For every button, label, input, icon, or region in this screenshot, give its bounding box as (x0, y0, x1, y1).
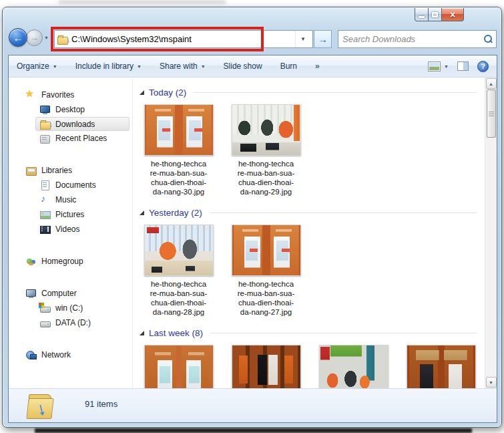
chevron-down-icon: ▼ (444, 64, 449, 69)
file-thumbnail[interactable] (144, 345, 214, 388)
group-rule (194, 92, 477, 93)
client-area: Organize ▼ Include in library ▼ Share wi… (8, 55, 497, 423)
sidebar-item-network[interactable]: Network (9, 347, 130, 362)
downloads-folder-large-icon: ↓ (27, 393, 57, 421)
file-thumbnail[interactable] (232, 345, 301, 388)
group-header[interactable]: Today (2) (140, 86, 479, 99)
toolbar-more-chevron[interactable]: » (315, 61, 320, 71)
toolbar-label: Slide show (224, 61, 262, 71)
pictures-icon (39, 209, 51, 220)
sidebar-item-label: Videos (55, 225, 79, 234)
sidebar-item-computer[interactable]: Computer (9, 286, 130, 301)
file-item[interactable]: he-thong-techca re-mua-ban-sua- chua-die… (141, 225, 216, 317)
file-thumbnail[interactable] (232, 225, 301, 276)
network-icon (25, 349, 37, 360)
files-row: he-thong-techca re-mua-ban-sua- chua-die… (140, 104, 479, 196)
toolbar-burn[interactable]: Burn (280, 61, 297, 71)
sidebar-item-favorites[interactable]: ★ Favorites (9, 88, 130, 102)
star-glyph: ★ (25, 88, 34, 99)
navigation-pane: ★ Favorites Desktop ↓ Downloads Recent P… (9, 78, 133, 388)
maximize-button[interactable] (428, 8, 442, 21)
collapse-triangle-icon (140, 90, 144, 95)
libraries-icon (25, 165, 37, 176)
toolbar-include-in-library[interactable]: Include in library ▼ (75, 61, 142, 71)
help-button[interactable]: ? (477, 61, 489, 72)
toolbar-label: Share with (160, 61, 198, 71)
back-button[interactable]: ← (9, 28, 27, 47)
file-thumbnail[interactable] (319, 345, 389, 388)
chevron-down-icon: ▼ (137, 64, 142, 69)
sidebar-item-win-c[interactable]: win (C:) (9, 301, 130, 315)
sidebar-item-label: win (C:) (55, 303, 83, 313)
go-button[interactable]: → (314, 30, 332, 48)
download-arrow-icon: ↓ (49, 120, 53, 128)
file-item[interactable] (141, 345, 216, 388)
sidebar-item-label: Documents (55, 180, 96, 190)
address-dropdown-button[interactable]: ▼ (295, 31, 310, 47)
group-rule (210, 333, 477, 333)
group-rule (210, 212, 477, 213)
file-item[interactable] (316, 345, 391, 388)
group-last-week: Last week (8) (140, 326, 479, 388)
sidebar-item-recent-places[interactable]: Recent Places (9, 131, 130, 146)
documents-icon (39, 180, 51, 190)
file-item[interactable]: he-thong-techca re-mua-ban-sua- chua-die… (228, 225, 304, 317)
toolbar-share-with[interactable]: Share with ▼ (160, 61, 206, 71)
close-button[interactable]: × (441, 8, 464, 21)
scrollbar-thumb[interactable] (487, 90, 496, 138)
explorer-window: × ← → ▼ ↓ C:\Windows\System32\mspaint ▼ … (2, 7, 502, 428)
chevron-down-icon: ▼ (300, 36, 306, 42)
sidebar-item-music[interactable]: ♪ Music (9, 192, 130, 207)
search-box (338, 30, 497, 48)
sidebar-gap (9, 330, 132, 347)
file-item[interactable] (228, 345, 304, 388)
file-name: he-thong-techca re-mua-ban-sua- chua-die… (228, 279, 304, 317)
scroll-up-button[interactable]: ▲ (486, 78, 497, 89)
preview-pane-icon (457, 61, 469, 71)
forward-button[interactable]: → (26, 29, 43, 46)
sidebar-gap (9, 269, 132, 286)
search-input[interactable] (342, 34, 483, 44)
file-thumbnail[interactable] (144, 225, 214, 276)
background-page-text-blur-bottom (35, 428, 472, 433)
music-icon: ♪ (39, 194, 51, 205)
views-button[interactable]: ▼ (428, 61, 449, 71)
file-thumbnail[interactable] (407, 345, 476, 388)
sidebar-item-videos[interactable]: Videos (9, 222, 130, 237)
sidebar-item-data-d[interactable]: DATA (D:) (9, 315, 130, 330)
sidebar-item-documents[interactable]: Documents (9, 178, 130, 192)
group-header[interactable]: Last week (8) (140, 326, 479, 339)
sidebar-item-label: Homegroup (41, 257, 83, 266)
sidebar-item-label: Recent Places (55, 134, 107, 143)
group-header[interactable]: Yesterday (2) (140, 206, 479, 219)
sidebar-item-downloads[interactable]: ↓ Downloads (35, 117, 130, 131)
views-icon (428, 61, 441, 71)
toolbar-organize[interactable]: Organize ▼ (17, 61, 57, 71)
file-item[interactable] (403, 345, 479, 388)
toolbar-right-group: ▼ ? (428, 61, 489, 72)
file-item[interactable]: he-thong-techca re-mua-ban-sua- chua-die… (228, 104, 304, 196)
body-row: ★ Favorites Desktop ↓ Downloads Recent P… (9, 78, 497, 388)
sidebar-item-homegroup[interactable]: Homegroup (9, 254, 130, 269)
scroll-down-button[interactable]: ▼ (486, 377, 497, 388)
minimize-button[interactable] (415, 8, 429, 21)
favorites-star-icon: ★ (25, 90, 37, 100)
minimize-icon (419, 16, 425, 18)
help-icon: ? (477, 61, 489, 72)
file-name: he-thong-techca re-mua-ban-sua- chua-die… (141, 279, 216, 317)
vertical-scrollbar[interactable]: ▲ ▼ (485, 78, 497, 388)
sidebar-item-desktop[interactable]: Desktop (9, 102, 130, 117)
recent-pages-dropdown[interactable]: ▼ (44, 35, 49, 40)
sidebar-item-label: Music (55, 195, 76, 204)
more-chevron-icon: » (315, 61, 320, 71)
toolbar-slide-show[interactable]: Slide show (224, 61, 262, 71)
file-thumbnail[interactable] (144, 104, 214, 156)
sidebar-item-pictures[interactable]: Pictures (9, 207, 130, 222)
file-item[interactable]: he-thong-techca re-mua-ban-sua- chua-die… (141, 104, 216, 196)
maximize-icon (432, 12, 438, 17)
computer-icon (25, 288, 37, 299)
file-thumbnail[interactable] (232, 104, 301, 156)
sidebar-item-label: DATA (D:) (55, 318, 91, 327)
sidebar-item-libraries[interactable]: Libraries (9, 163, 130, 178)
preview-pane-button[interactable] (457, 61, 469, 71)
